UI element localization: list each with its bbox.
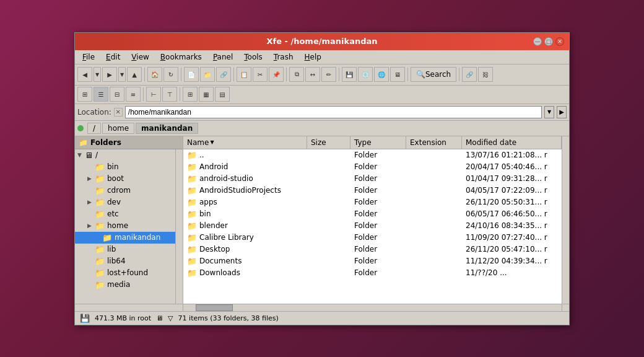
menu-panel[interactable]: Panel — [208, 51, 238, 63]
close-button[interactable]: ✕ — [555, 37, 564, 46]
tree-item-lib[interactable]: 📁 lib — [75, 244, 175, 255]
tree-item-etc[interactable]: 📁 etc — [75, 208, 175, 220]
menu-bookmarks[interactable]: Bookmarks — [155, 51, 207, 63]
window-controls: — □ ✕ — [533, 37, 564, 46]
table-row[interactable]: 📁AndroidStudioProjects Folder 04/05/17 0… — [183, 185, 562, 196]
drive-button[interactable]: 💾 — [342, 67, 357, 82]
view-detail[interactable]: ☰ — [94, 87, 108, 102]
location-clear-button[interactable]: ✕ — [114, 108, 123, 117]
table-row[interactable]: 📁bin Folder 06/05/17 06:46:50... r — [183, 208, 562, 220]
folder-icon: 📁 — [187, 221, 197, 231]
forward-button[interactable]: ▶ — [102, 67, 117, 82]
table-row[interactable]: 📁Calibre Library Folder 11/09/20 07:27:4… — [183, 232, 562, 244]
col-header-date[interactable]: Modified date — [462, 136, 562, 149]
menu-help[interactable]: Help — [300, 51, 326, 63]
move-button[interactable]: ↔ — [305, 67, 320, 82]
view-list[interactable]: ≡ — [126, 87, 141, 102]
tree-item-lostfound[interactable]: 📁 lost+found — [75, 267, 175, 279]
table-row[interactable]: 📁Desktop Folder 26/11/20 05:47:10... r — [183, 244, 562, 255]
copy-button[interactable]: 📋 — [237, 67, 251, 82]
search-button[interactable]: 🔍 Search — [411, 67, 456, 82]
file-size — [307, 249, 350, 250]
file-size — [307, 190, 350, 191]
tree-item-media[interactable]: 📁 media — [75, 279, 175, 291]
tree-item-cdrom[interactable]: 📁 cdrom — [75, 185, 175, 196]
cut-button[interactable]: ✂ — [253, 67, 268, 82]
folder-icon-lib64: 📁 — [95, 257, 105, 266]
menu-file[interactable]: File — [77, 51, 100, 63]
menu-view[interactable]: View — [126, 51, 154, 63]
breadcrumb-current[interactable]: manikandan — [136, 123, 198, 134]
file-date: 26/11/20 05:50:31... r — [462, 197, 562, 207]
rename-button[interactable]: ✏ — [321, 67, 336, 82]
toolbar-main: ◀ ▼ ▶ ▼ ▲ 🏠 ↻ 📄 📁 🔗 📋 ✂ 📌 ⧉ ↔ ✏ 💾 💿 🌐 🖥 … — [75, 64, 569, 86]
view-split-v[interactable]: ⊢ — [146, 87, 161, 102]
view-large-icon[interactable]: ⊟ — [110, 87, 124, 102]
drive2-button[interactable]: 💿 — [358, 67, 373, 82]
tree-item-home[interactable]: ▶ 📁 home — [75, 220, 175, 232]
location-go-button[interactable]: ▶ — [557, 106, 567, 118]
sidebar-scrollbar[interactable] — [175, 149, 183, 304]
tree-item-bin[interactable]: 📁 bin — [75, 161, 175, 173]
breadcrumb-home[interactable]: home — [102, 123, 134, 134]
new-symlink-button[interactable]: 🔗 — [216, 67, 231, 82]
col-header-extension[interactable]: Extension — [406, 136, 462, 149]
col-header-name[interactable]: Name ▼ — [183, 136, 307, 149]
file-type: Folder — [350, 209, 406, 219]
tree-item-boot[interactable]: ▶ 📁 boot — [75, 173, 175, 185]
terminal-button[interactable]: 🖥 — [390, 67, 405, 82]
table-row[interactable]: 📁Documents Folder 11/12/20 04:39:34... r — [183, 255, 562, 267]
tree-item-manikandan[interactable]: 📁 manikandan — [75, 232, 175, 244]
file-type: Folder — [350, 174, 406, 183]
refresh-button[interactable]: ↻ — [163, 67, 178, 82]
table-row[interactable]: 📁apps Folder 26/11/20 05:50:31... r — [183, 196, 562, 208]
back-dropdown[interactable]: ▼ — [94, 67, 101, 82]
breadcrumb-root[interactable]: / — [87, 123, 101, 134]
paste-button[interactable]: 📌 — [269, 67, 284, 82]
new-folder-button[interactable]: 📁 — [200, 67, 215, 82]
folder-icon: 📁 — [187, 151, 197, 160]
forward-dropdown[interactable]: ▼ — [118, 67, 126, 82]
file-name: 📁Android — [183, 162, 307, 172]
table-row[interactable]: 📁Android Folder 20/04/17 05:40:46... r — [183, 161, 562, 173]
tree-item-lib64[interactable]: 📁 lib64 — [75, 255, 175, 267]
location-input[interactable] — [125, 106, 542, 118]
home-button[interactable]: 🏠 — [147, 67, 162, 82]
tree-item-dev[interactable]: ▶ 📁 dev — [75, 196, 175, 208]
folder-icon-lostfound: 📁 — [95, 268, 105, 278]
new-file-button[interactable]: 📄 — [184, 67, 199, 82]
file-name: 📁bin — [183, 209, 307, 219]
link-button[interactable]: 🔗 — [462, 67, 477, 82]
minimize-button[interactable]: — — [533, 37, 542, 46]
tree-item-root[interactable]: ▼ 🖥 / — [75, 149, 175, 161]
up-button[interactable]: ▲ — [127, 67, 142, 82]
view-split-h[interactable]: ⊤ — [162, 87, 177, 102]
maximize-button[interactable]: □ — [544, 37, 553, 46]
view-tree[interactable]: ▤ — [215, 87, 230, 102]
location-dropdown-button[interactable]: ▼ — [544, 106, 554, 118]
menu-tools[interactable]: Tools — [239, 51, 268, 63]
menu-edit[interactable]: Edit — [101, 51, 125, 63]
network-button[interactable]: 🌐 — [374, 67, 389, 82]
table-row[interactable]: 📁Downloads Folder 11/??/20 ... — [183, 267, 562, 279]
toolbar-view: ⊞ ☰ ⊟ ≡ ⊢ ⊤ ⊞ ▦ ▤ — [75, 86, 569, 104]
h-scroll-thumb[interactable] — [196, 304, 233, 311]
table-row[interactable]: 📁.. Folder 13/07/16 01:21:08... r — [183, 149, 562, 161]
view-grid[interactable]: ⊞ — [183, 87, 198, 102]
h-scrollbar[interactable] — [183, 304, 562, 311]
table-row[interactable]: 📁android-studio Folder 01/04/17 09:31:28… — [183, 173, 562, 185]
file-name: 📁Desktop — [183, 244, 307, 255]
col-header-type[interactable]: Type — [350, 136, 406, 149]
col-header-size[interactable]: Size — [307, 136, 350, 149]
back-button[interactable]: ◀ — [77, 67, 92, 82]
view-grid2[interactable]: ▦ — [199, 87, 214, 102]
menu-trash[interactable]: Trash — [269, 51, 298, 63]
file-scrollbar[interactable] — [562, 136, 569, 304]
sort-icon: ▼ — [210, 139, 214, 145]
copy2-button[interactable]: ⧉ — [289, 67, 304, 82]
root-info: 471.3 MB in root — [95, 314, 151, 322]
folder-icon-cdrom: 📁 — [95, 186, 105, 195]
link2-button[interactable]: ⛓ — [478, 67, 493, 82]
table-row[interactable]: 📁blender Folder 24/10/16 08:34:35... r — [183, 220, 562, 232]
view-small-icon[interactable]: ⊞ — [77, 87, 92, 102]
